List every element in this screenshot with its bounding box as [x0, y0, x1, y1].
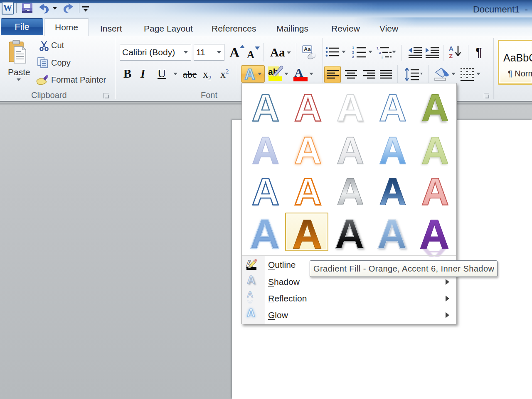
svg-text:A: A: [449, 45, 453, 52]
svg-text:a: a: [379, 51, 382, 55]
svg-text:Aa: Aa: [304, 46, 311, 52]
svg-text:i: i: [382, 55, 383, 59]
svg-text:2: 2: [352, 50, 354, 54]
svg-text:3: 3: [352, 55, 354, 59]
svg-text:Z: Z: [449, 52, 453, 59]
svg-text:1: 1: [377, 46, 379, 50]
svg-text:1: 1: [352, 46, 354, 50]
